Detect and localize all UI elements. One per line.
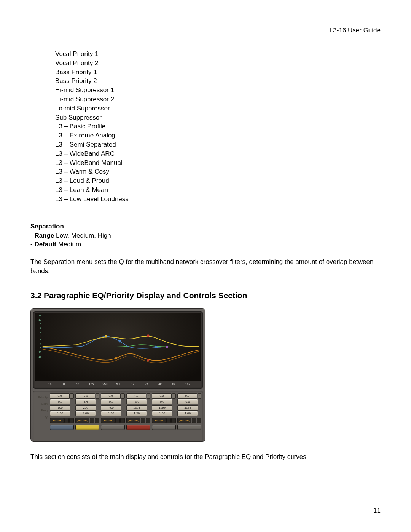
link-button[interactable]: ◦ (70, 393, 74, 399)
separation-range: - Range Low, Medium, High (30, 231, 381, 240)
shape-toggle[interactable] (90, 418, 94, 423)
band-column: 4.2 ◦ -3.0 1363 1.30 (126, 392, 151, 441)
freq-readout[interactable]: 1599 (152, 405, 172, 411)
priority-readout[interactable]: 0.0 (177, 393, 197, 399)
shape-button[interactable] (126, 418, 140, 423)
preset-item: Bass Priority 1 (55, 68, 381, 77)
range-value: Low, Medium, High (54, 232, 111, 239)
eq-node[interactable] (155, 346, 157, 348)
gain-readout[interactable]: -3.0 (126, 399, 147, 404)
default-label: - Default (30, 241, 56, 248)
separation-heading: Separation (30, 223, 381, 230)
freq-readout[interactable]: 3198 (177, 405, 198, 411)
db-scale: 18 12 9 6 3 0 3 6 9 12 18 (36, 314, 41, 359)
preset-item: L3 – WideBand Manual (55, 158, 381, 168)
shape-button[interactable] (75, 418, 89, 423)
preset-item: L3 – Semi Separated (55, 140, 381, 149)
separation-section: Separation - Range Low, Medium, High - D… (30, 223, 381, 276)
plugin-screenshot: 18 12 9 6 3 0 3 6 9 12 18 (30, 308, 206, 442)
shape-toggle[interactable] (115, 418, 120, 423)
q-readout[interactable]: 1.00 (152, 411, 172, 416)
preset-item: L3 – Warm & Cosy (55, 167, 381, 176)
priority-readout[interactable]: 0.0 (101, 393, 121, 399)
eq-node[interactable] (166, 346, 168, 348)
band-enable-button[interactable] (177, 425, 201, 430)
shape-button[interactable] (101, 418, 115, 423)
link-button[interactable]: ◦ (121, 393, 125, 399)
preset-item: L3 – Low Level Loudness (55, 195, 381, 204)
priority-readout[interactable]: 0.0 (50, 393, 70, 399)
eq-node[interactable] (147, 334, 149, 337)
link-button[interactable]: ◦ (172, 393, 176, 399)
row-labels: Priority Gain Freq Q (34, 392, 49, 441)
shape-toggle[interactable] (166, 418, 171, 423)
band-column: 0.0 ◦ 0.0 3198 1.00 (177, 392, 202, 441)
eq-node[interactable] (147, 359, 149, 361)
eq-node[interactable] (115, 357, 117, 359)
link-button[interactable]: ◦ (147, 393, 150, 399)
eq-node[interactable] (119, 340, 121, 342)
link-button[interactable]: ◦ (198, 393, 201, 399)
shape-toggle[interactable] (141, 418, 145, 423)
freq-readout[interactable]: 400 (101, 405, 121, 411)
band-column: 0.0 ◦ 0.0 400 1.00 (100, 392, 126, 441)
preset-item: Hi-mid Suppressor 2 (55, 95, 381, 104)
preset-item: Sub Suppressor (55, 113, 381, 122)
shape-button[interactable] (177, 418, 191, 423)
band-enable-button[interactable] (152, 425, 176, 430)
freq-readout[interactable]: 200 (75, 405, 96, 411)
eq-display[interactable]: 18 12 9 6 3 0 3 6 9 12 18 (35, 313, 201, 381)
gain-readout[interactable]: 0.0 (101, 399, 121, 404)
shape-toggle[interactable] (146, 418, 150, 423)
preset-item: L3 – Loud & Proud (55, 176, 381, 185)
freq-readout[interactable]: 1363 (126, 405, 147, 411)
default-value: Medium (56, 241, 81, 248)
separation-description: The Separation menu sets the Q for the m… (30, 257, 381, 276)
shape-toggle[interactable] (95, 418, 99, 423)
priority-readout[interactable]: -0.1 (75, 393, 95, 399)
q-readout[interactable]: 2.00 (75, 411, 96, 416)
band-column: -0.1 ◦ 4.4 200 2.00 (75, 392, 100, 441)
shape-button[interactable] (50, 418, 64, 423)
freq-readout[interactable]: 100 (50, 405, 70, 411)
band-controls-panel: Priority Gain Freq Q 0.0 ◦ 0.0 100 1.00 … (33, 391, 203, 441)
section-caption: This section consists of the main displa… (30, 452, 381, 462)
eq-curves (35, 313, 201, 381)
gain-readout[interactable]: 0.0 (177, 399, 198, 404)
priority-readout[interactable]: 4.2 (126, 393, 146, 399)
shape-button[interactable] (152, 418, 166, 423)
eq-node[interactable] (105, 335, 107, 337)
preset-item: Vocal Priority 1 (55, 50, 381, 59)
band-enable-button[interactable] (126, 425, 150, 430)
section-heading: 3.2 Paragraphic EQ/Priority Display and … (30, 291, 381, 300)
q-readout[interactable]: 1.30 (126, 411, 147, 416)
separation-default: - Default Medium (30, 240, 381, 249)
priority-readout[interactable]: 0.0 (152, 393, 172, 399)
shape-toggle[interactable] (64, 418, 69, 423)
preset-item: L3 – Lean & Mean (55, 185, 381, 195)
band-enable-button[interactable] (101, 425, 125, 430)
q-readout[interactable]: 1.00 (50, 411, 70, 416)
band-enable-button[interactable] (75, 425, 99, 430)
q-readout[interactable]: 1.00 (101, 411, 121, 416)
preset-item: Hi-mid Suppressor 1 (55, 86, 381, 95)
shape-toggle[interactable] (69, 418, 74, 423)
preset-item: L3 – WideBand ARC (55, 149, 381, 158)
preset-item: Vocal Priority 2 (55, 59, 381, 68)
gain-readout[interactable]: 4.4 (75, 399, 96, 404)
page-number: 11 (373, 507, 381, 514)
shape-toggle[interactable] (120, 418, 125, 423)
band-column: 0.0 ◦ 0.0 1599 1.00 (151, 392, 177, 441)
header-guide-title: L3-16 User Guide (30, 27, 381, 34)
link-button[interactable]: ◦ (96, 393, 99, 399)
gain-readout[interactable]: 0.0 (50, 399, 70, 404)
q-readout[interactable]: 1.00 (177, 411, 198, 416)
preset-item: Lo-mid Suppressor (55, 104, 381, 113)
band-enable-button[interactable] (50, 425, 74, 430)
gain-readout[interactable]: 0.0 (152, 399, 172, 404)
frequency-scale: 16 31 62 125 250 500 1k 2k 4k 8k 16k (35, 381, 201, 387)
shape-toggle[interactable] (192, 418, 196, 423)
preset-item: Bass Priority 2 (55, 77, 381, 86)
shape-toggle[interactable] (171, 418, 176, 423)
shape-toggle[interactable] (197, 418, 201, 423)
